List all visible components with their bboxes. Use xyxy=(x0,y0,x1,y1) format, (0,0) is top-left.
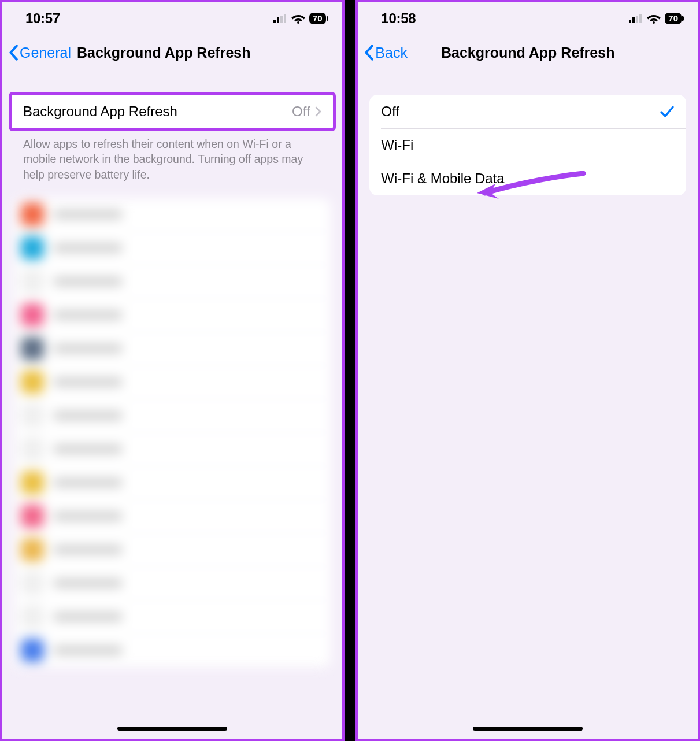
svg-rect-3 xyxy=(284,14,286,23)
app-label-blurred xyxy=(53,412,123,420)
app-row-blurred xyxy=(14,500,331,533)
background-refresh-master-cell[interactable]: Background App Refresh Off xyxy=(12,95,333,128)
status-time: 10:58 xyxy=(381,10,416,27)
cell-label: Background App Refresh xyxy=(23,103,177,120)
back-label: General xyxy=(20,45,71,61)
svg-rect-5 xyxy=(629,20,631,23)
chevron-left-icon xyxy=(8,45,18,61)
cellular-icon xyxy=(273,14,287,23)
app-list-blurred xyxy=(14,198,331,668)
app-icon-blurred xyxy=(21,438,44,461)
app-label-blurred xyxy=(53,512,123,520)
app-icon-blurred xyxy=(21,337,44,360)
section-footer: Allow apps to refresh their content when… xyxy=(2,128,342,182)
option-label: Wi-Fi & Mobile Data xyxy=(381,171,504,187)
svg-point-4 xyxy=(297,21,299,24)
chevron-right-icon xyxy=(315,106,321,117)
app-icon-blurred xyxy=(21,270,44,293)
svg-rect-1 xyxy=(277,17,279,23)
app-row-blurred xyxy=(14,299,331,332)
app-label-blurred xyxy=(53,311,123,319)
checkmark-icon xyxy=(660,105,675,118)
back-button[interactable]: General xyxy=(8,45,71,61)
svg-rect-0 xyxy=(273,20,276,23)
phone-right: 10:58 70 xyxy=(355,0,700,741)
app-label-blurred xyxy=(53,613,123,621)
app-label-blurred xyxy=(53,244,123,252)
app-icon-blurred xyxy=(21,303,44,327)
nav-header: General Background App Refresh xyxy=(2,35,342,71)
cellular-icon xyxy=(629,14,643,23)
nav-header: Back Background App Refresh xyxy=(358,35,698,71)
svg-rect-2 xyxy=(280,16,283,23)
app-row-blurred xyxy=(14,265,331,299)
app-label-blurred xyxy=(53,344,123,353)
master-switch-row-highlight: Background App Refresh Off xyxy=(12,95,333,128)
option-wi-fi-mobile-data[interactable]: Wi-Fi & Mobile Data xyxy=(369,162,686,195)
screenshot-divider xyxy=(345,0,356,741)
chevron-left-icon xyxy=(364,45,374,61)
option-off[interactable]: Off xyxy=(369,95,686,128)
app-row-blurred xyxy=(14,466,331,500)
option-wi-fi[interactable]: Wi-Fi xyxy=(369,128,686,162)
svg-point-9 xyxy=(653,21,655,24)
option-label: Wi-Fi xyxy=(381,137,413,153)
status-indicators: 70 xyxy=(629,13,682,24)
app-icon-blurred xyxy=(21,538,44,561)
app-icon-blurred xyxy=(21,370,44,394)
app-label-blurred xyxy=(53,210,123,218)
back-label: Back xyxy=(375,45,408,61)
cell-value-text: Off xyxy=(292,103,310,120)
app-icon-blurred xyxy=(21,404,44,427)
options-group: OffWi-FiWi-Fi & Mobile Data xyxy=(369,95,686,195)
app-label-blurred xyxy=(53,277,123,286)
app-row-blurred xyxy=(14,533,331,567)
app-label-blurred xyxy=(53,546,123,554)
svg-rect-6 xyxy=(632,17,635,23)
wifi-icon xyxy=(647,13,661,24)
page-title: Background App Refresh xyxy=(358,45,698,61)
app-icon-blurred xyxy=(21,605,44,628)
app-icon-blurred xyxy=(21,505,44,528)
app-label-blurred xyxy=(53,378,123,386)
battery-icon: 70 xyxy=(665,13,682,24)
app-row-blurred xyxy=(14,366,331,399)
app-row-blurred xyxy=(14,198,331,232)
app-icon-blurred xyxy=(21,639,44,662)
app-row-blurred xyxy=(14,601,331,634)
app-row-blurred xyxy=(14,634,331,668)
status-bar: 10:57 70 xyxy=(2,2,342,35)
svg-rect-7 xyxy=(636,16,638,23)
back-button[interactable]: Back xyxy=(364,45,408,61)
cell-value: Off xyxy=(292,103,321,120)
wifi-icon xyxy=(291,13,305,24)
status-time: 10:57 xyxy=(25,10,60,27)
app-row-blurred xyxy=(14,399,331,433)
svg-rect-8 xyxy=(639,14,642,23)
app-label-blurred xyxy=(53,445,123,453)
home-indicator[interactable] xyxy=(117,727,227,731)
app-label-blurred xyxy=(53,479,123,487)
app-row-blurred xyxy=(14,232,331,265)
home-indicator[interactable] xyxy=(473,727,583,731)
option-label: Off xyxy=(381,103,399,120)
app-icon-blurred xyxy=(21,572,44,595)
app-label-blurred xyxy=(53,646,123,654)
battery-icon: 70 xyxy=(309,13,326,24)
app-icon-blurred xyxy=(21,471,44,494)
phone-left: 10:57 70 xyxy=(0,0,345,741)
app-icon-blurred xyxy=(21,236,44,260)
app-icon-blurred xyxy=(21,203,44,226)
app-row-blurred xyxy=(14,332,331,366)
app-label-blurred xyxy=(53,579,123,587)
page-title: Background App Refresh xyxy=(77,45,251,61)
app-row-blurred xyxy=(14,433,331,466)
status-bar: 10:58 70 xyxy=(358,2,698,35)
app-row-blurred xyxy=(14,567,331,601)
status-indicators: 70 xyxy=(273,13,326,24)
